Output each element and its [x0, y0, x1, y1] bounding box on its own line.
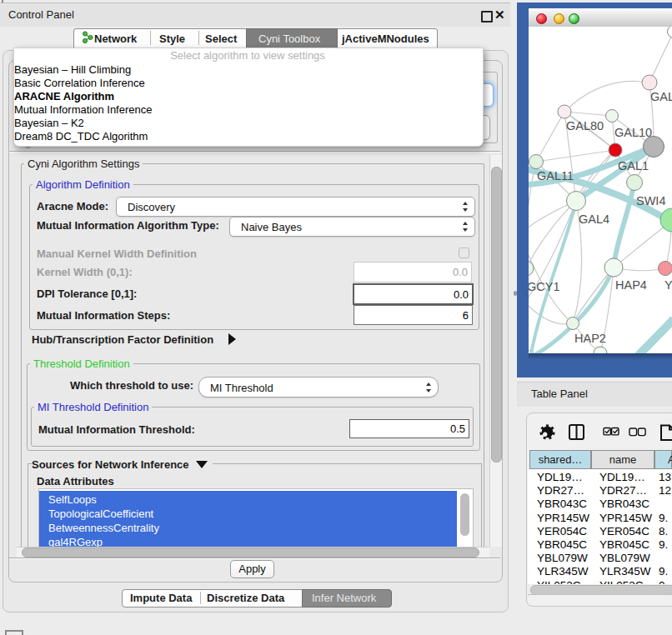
svg-text:GAL: GAL [650, 90, 672, 103]
svg-text:GAL10: GAL10 [614, 126, 652, 139]
svg-text:GAL11: GAL11 [537, 169, 574, 182]
svg-text:GAL4: GAL4 [579, 212, 609, 226]
svg-text:GCY1: GCY1 [529, 280, 560, 293]
svg-text:Y: Y [664, 278, 672, 292]
svg-text:HAP2: HAP2 [574, 332, 606, 345]
svg-text:GAL1: GAL1 [618, 159, 649, 172]
svg-text:HAP4: HAP4 [615, 278, 647, 292]
svg-text:GAL80: GAL80 [566, 119, 604, 132]
svg-text:SWI4: SWI4 [636, 194, 665, 208]
